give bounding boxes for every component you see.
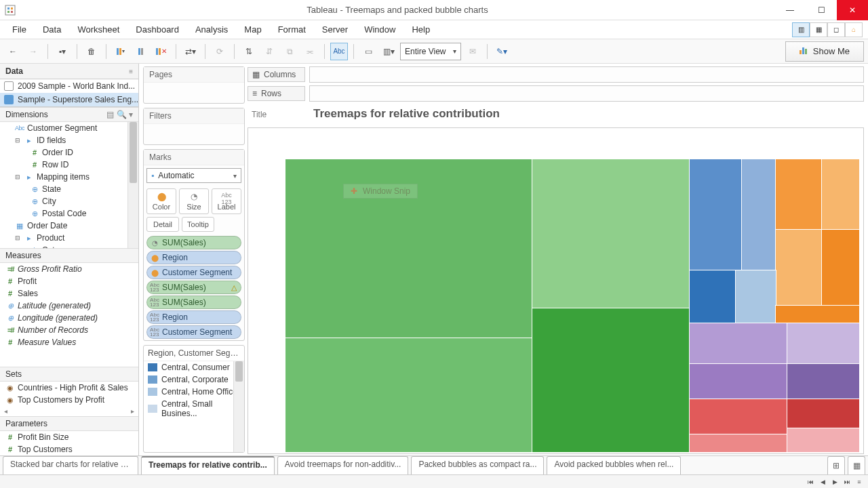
- worksheet-tab[interactable]: Stacked bar charts for relative c...: [3, 456, 138, 474]
- treemap-cell[interactable]: [690, 323, 787, 364]
- group-button[interactable]: ⧉: [281, 43, 298, 60]
- measure-field[interactable]: =#Number of Records: [0, 324, 138, 336]
- nav-last-icon[interactable]: ⏭: [842, 479, 852, 485]
- nav-prev-icon[interactable]: ◀: [818, 479, 827, 485]
- treemap-cell[interactable]: [532, 308, 690, 452]
- fit-select[interactable]: Entire View: [400, 43, 461, 60]
- size-button[interactable]: ◔Size: [179, 188, 209, 214]
- highlight-button[interactable]: ✎▾: [493, 43, 511, 60]
- view-grid-icon[interactable]: ▦: [810, 22, 827, 37]
- measure-field[interactable]: #Sales: [0, 287, 138, 300]
- treemap-cell[interactable]: [285, 159, 532, 338]
- refresh-button[interactable]: ⟳: [211, 43, 229, 60]
- marks-pill[interactable]: Abc123Customer Segment: [146, 325, 241, 339]
- legend-item[interactable]: Central, Home Office: [144, 386, 244, 398]
- menu-file[interactable]: File: [5, 22, 33, 37]
- worksheet-tab[interactable]: Treemaps for relative contrib...: [141, 456, 275, 474]
- marks-pill[interactable]: ⬤Region: [146, 251, 241, 264]
- filters-shelf[interactable]: Filters: [144, 108, 244, 124]
- scrollbar[interactable]: [233, 361, 244, 452]
- marks-pill[interactable]: Abc123SUM(Sales)△: [146, 281, 241, 294]
- worksheet-tab[interactable]: Packed bubbles as compact ra...: [411, 456, 544, 474]
- dimension-field[interactable]: ⊕Postal Code: [0, 207, 138, 220]
- viz-title[interactable]: Treemaps for relative contribution: [309, 104, 500, 125]
- nav-menu-icon[interactable]: ≡: [854, 479, 864, 485]
- marks-pill[interactable]: ◔SUM(Sales): [146, 236, 241, 249]
- marks-pill[interactable]: Abc123Region: [146, 310, 241, 324]
- show-me-button[interactable]: Show Me: [785, 41, 864, 62]
- menu-window[interactable]: Window: [357, 22, 402, 37]
- marks-pill[interactable]: ⬤Customer Segment: [146, 266, 241, 279]
- columns-shelf[interactable]: [309, 66, 864, 83]
- back-button[interactable]: ←: [4, 43, 22, 60]
- measure-field[interactable]: =#Gross Profit Ratio: [0, 263, 138, 275]
- new-worksheet-button[interactable]: ⊞: [827, 456, 845, 474]
- datasource-item[interactable]: Sample - Superstore Sales Eng...: [0, 93, 138, 106]
- menu-analysis[interactable]: Analysis: [189, 22, 235, 37]
- menu-help[interactable]: Help: [405, 22, 437, 37]
- treemap-cell[interactable]: [285, 338, 532, 452]
- label-toggle-button[interactable]: Abc: [330, 43, 348, 60]
- menu-data[interactable]: Data: [36, 22, 68, 37]
- sort-asc-button[interactable]: ⇅: [240, 43, 258, 60]
- treemap-cell[interactable]: [822, 230, 859, 306]
- treemap-cell[interactable]: [690, 159, 741, 270]
- maximize-button[interactable]: ☐: [806, 0, 837, 20]
- set-field[interactable]: ◉Top Customers by Profit: [0, 394, 138, 406]
- treemap-cell[interactable]: [736, 270, 776, 323]
- label-button[interactable]: Abc123Label: [212, 188, 241, 214]
- swap-button[interactable]: ⇄▾: [182, 43, 199, 60]
- minimize-button[interactable]: —: [774, 0, 806, 20]
- menu-dashboard[interactable]: Dashboard: [129, 22, 186, 37]
- scroll-left-icon[interactable]: ◂: [4, 407, 7, 415]
- detail-button[interactable]: Detail: [146, 217, 179, 232]
- view-window-icon[interactable]: ◻: [827, 22, 845, 37]
- nav-next-icon[interactable]: ▶: [830, 479, 840, 485]
- dimension-field[interactable]: ▦Order Date: [0, 220, 138, 232]
- treemap-cell[interactable]: [690, 270, 736, 323]
- close-button[interactable]: ✕: [837, 0, 868, 20]
- measure-field[interactable]: #Profit: [0, 275, 138, 287]
- treemap-cell[interactable]: [776, 306, 859, 323]
- menu-format[interactable]: Format: [271, 22, 313, 37]
- nav-first-icon[interactable]: ⏮: [806, 479, 815, 485]
- dimension-field[interactable]: ⊟▸ID fields: [0, 134, 138, 146]
- dimension-field[interactable]: AbcCategory: [0, 244, 138, 248]
- treemap-cell[interactable]: [776, 159, 822, 230]
- treemap-cell[interactable]: [787, 428, 859, 452]
- treemap-cell[interactable]: [776, 230, 822, 306]
- new-dashboard-button[interactable]: ▦: [848, 456, 865, 474]
- worksheet-tab[interactable]: Avoid packed bubbles when rel...: [547, 456, 681, 474]
- sort-desc-button[interactable]: ⇵: [260, 43, 278, 60]
- duplicate-sheet-button[interactable]: [132, 43, 150, 60]
- treemap-cell[interactable]: [690, 364, 787, 399]
- tooltip-button[interactable]: Tooltip: [182, 217, 214, 232]
- dimension-field[interactable]: AbcCustomer Segment: [0, 122, 138, 134]
- menu-worksheet[interactable]: Worksheet: [71, 22, 126, 37]
- new-sheet-button[interactable]: ▾: [112, 43, 130, 60]
- dimension-field[interactable]: #Row ID: [0, 159, 138, 171]
- color-button[interactable]: ⬤Color: [146, 188, 176, 214]
- legend-item[interactable]: Central, Consumer: [144, 361, 244, 373]
- marks-pill[interactable]: Abc123SUM(Sales): [146, 296, 241, 309]
- scrollbar[interactable]: [127, 122, 138, 248]
- treemap-cell[interactable]: [690, 399, 787, 434]
- pin-button[interactable]: ✉: [464, 43, 481, 60]
- home-icon[interactable]: ⌂: [845, 22, 863, 37]
- forward-button[interactable]: →: [24, 43, 42, 60]
- treemap-cell[interactable]: [822, 159, 859, 230]
- scroll-right-icon[interactable]: ▸: [131, 407, 134, 415]
- save-button[interactable]: ▪▾: [54, 43, 71, 60]
- datasource-item[interactable]: 2009 Sample - World Bank Ind...: [0, 79, 138, 93]
- set-field[interactable]: ◉Countries - High Profit & Sales: [0, 382, 138, 394]
- legend-item[interactable]: Central, Corporate: [144, 373, 244, 386]
- fit-button[interactable]: ▥▾: [380, 43, 397, 60]
- trash-button[interactable]: 🗑: [83, 43, 100, 60]
- view-cards-icon[interactable]: ▥: [792, 22, 810, 37]
- pages-shelf[interactable]: Pages: [144, 67, 244, 83]
- legend-item[interactable]: Central, Small Busines...: [144, 398, 244, 420]
- menu-server[interactable]: Server: [315, 22, 355, 37]
- parameter-field[interactable]: #Profit Bin Size: [0, 431, 138, 443]
- measure-field[interactable]: #Measure Values: [0, 336, 138, 348]
- presentation-button[interactable]: ▭: [359, 43, 377, 60]
